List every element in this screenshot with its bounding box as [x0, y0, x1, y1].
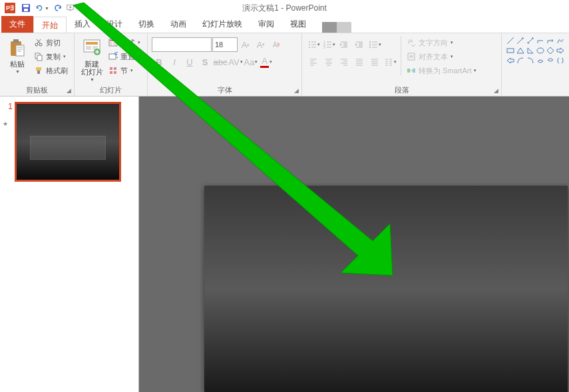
layout-button[interactable]: 版式 ▾ [106, 36, 142, 49]
shape-brace-icon[interactable] [556, 56, 565, 65]
columns-button[interactable]: ▾ [383, 55, 397, 69]
color-swatch-lightgray[interactable] [337, 22, 351, 33]
format-painter-button[interactable]: 格式刷 [32, 64, 69, 77]
start-from-beginning-button[interactable]: ▼ [67, 1, 81, 15]
animation-indicator-icon: ★ [3, 120, 8, 127]
shape-arrow-left-icon[interactable] [506, 56, 515, 65]
shape-elbow-arrow-icon[interactable] [546, 36, 555, 45]
shape-right-triangle-icon[interactable] [526, 46, 535, 55]
section-button[interactable]: 节 ▾ [106, 64, 142, 77]
align-left-button[interactable] [306, 55, 321, 69]
copy-button[interactable]: 复制 ▾ [32, 50, 69, 63]
shape-wave-down-icon[interactable] [536, 56, 545, 65]
shape-line-icon[interactable] [506, 36, 515, 45]
slide-thumbnails-pane[interactable]: 1 ★ [0, 97, 139, 392]
slide-canvas[interactable] [139, 97, 569, 392]
svg-rect-18 [110, 40, 116, 41]
font-color-button[interactable]: A▾ [259, 55, 274, 69]
shape-arrow-right-icon[interactable] [556, 46, 565, 55]
chevron-down-icon: ▾ [138, 40, 140, 45]
svg-rect-13 [86, 42, 98, 45]
shape-freeform-icon[interactable] [556, 36, 565, 45]
tab-view[interactable]: 视图 [282, 16, 314, 33]
save-button[interactable] [19, 1, 33, 15]
change-case-button[interactable]: Aa▾ [244, 55, 258, 69]
align-center-button[interactable] [321, 55, 336, 69]
svg-point-27 [309, 41, 310, 43]
shapes-gallery[interactable] [506, 36, 565, 85]
paste-button[interactable]: 粘贴 ▼ [4, 36, 31, 85]
bullets-button[interactable]: ▾ [306, 37, 321, 52]
shape-rect-icon[interactable] [506, 46, 515, 55]
italic-button[interactable]: I [167, 55, 182, 69]
svg-rect-11 [36, 67, 41, 71]
svg-rect-36 [413, 69, 415, 73]
brush-icon [33, 65, 44, 76]
color-swatch-gray[interactable] [322, 22, 337, 33]
cut-label: 剪切 [46, 38, 61, 48]
line-spacing-button[interactable]: ▾ [367, 37, 382, 52]
shape-triangle-icon[interactable] [516, 46, 525, 55]
tab-review[interactable]: 审阅 [250, 16, 282, 33]
decrease-font-button[interactable]: A▾ [254, 37, 268, 52]
shape-wave-up-icon[interactable] [546, 56, 555, 65]
slide-thumbnail-1[interactable]: 1 ★ [0, 102, 138, 182]
align-text-icon [406, 51, 417, 62]
shape-line-arrow-icon[interactable] [516, 36, 525, 45]
cut-button[interactable]: 剪切 [32, 36, 69, 49]
shape-oval-icon[interactable] [536, 46, 545, 55]
current-slide[interactable] [204, 186, 568, 392]
section-icon [108, 65, 118, 76]
clear-formatting-button[interactable]: A [269, 37, 284, 52]
slide-thumbnail-preview[interactable] [15, 102, 121, 182]
text-direction-button[interactable]: |A 文字方向 ▾ [405, 36, 478, 49]
strikethrough-button[interactable]: abc [213, 55, 228, 69]
bold-button[interactable]: B [152, 55, 166, 69]
shape-line-double-arrow-icon[interactable] [526, 36, 535, 45]
tab-transitions[interactable]: 切换 [130, 16, 162, 33]
tab-insert[interactable]: 插入 [67, 16, 98, 33]
decrease-indent-button[interactable] [337, 37, 351, 52]
char-spacing-button[interactable]: AV▾ [228, 55, 243, 69]
tab-slideshow[interactable]: 幻灯片放映 [194, 16, 250, 33]
tab-animations[interactable]: 动画 [162, 16, 194, 33]
distributed-button[interactable] [367, 55, 382, 69]
shadow-button[interactable]: S [198, 55, 212, 69]
svg-rect-35 [407, 69, 410, 73]
svg-rect-22 [110, 67, 112, 70]
underline-button[interactable]: U [182, 55, 197, 69]
convert-smartart-button[interactable]: 转换为 SmartArt ▾ [405, 64, 478, 77]
redo-button[interactable] [51, 1, 65, 15]
dialog-launcher-icon[interactable]: ◢ [292, 87, 300, 95]
font-size-combo[interactable]: 18 [212, 37, 238, 52]
increase-font-button[interactable]: A▴ [238, 37, 253, 52]
undo-button[interactable]: ▼ [35, 1, 49, 15]
convert-smartart-label: 转换为 SmartArt [419, 66, 471, 76]
shape-diamond-icon[interactable] [546, 46, 555, 55]
chevron-down-icon: ▼ [15, 69, 20, 74]
dialog-launcher-icon[interactable]: ◢ [65, 87, 73, 95]
new-slide-label: 新建 幻灯片 [81, 60, 103, 76]
svg-point-28 [309, 44, 310, 45]
chevron-down-icon: ▼ [77, 6, 81, 11]
font-family-combo[interactable] [152, 37, 212, 52]
align-text-button[interactable]: 对齐文本 ▾ [405, 50, 478, 63]
increase-indent-button[interactable] [352, 37, 367, 52]
new-slide-button[interactable]: 新建 幻灯片 ▼ [79, 36, 105, 85]
slide-number: 1 [5, 102, 15, 111]
justify-button[interactable] [352, 55, 367, 69]
shape-elbow-icon[interactable] [536, 36, 545, 45]
tab-file[interactable]: 文件 [1, 16, 33, 33]
dialog-launcher-icon[interactable]: ◢ [492, 87, 500, 95]
reset-button[interactable]: 重置 [106, 50, 142, 63]
shape-curve-right-icon[interactable] [526, 56, 535, 65]
color-swatches [322, 22, 351, 33]
app-icon[interactable]: P∃ [3, 1, 17, 15]
align-right-button[interactable] [337, 55, 351, 69]
tab-design[interactable]: 设计 [98, 16, 130, 33]
tab-home[interactable]: 开始 [33, 17, 67, 33]
numbering-button[interactable]: 123▾ [321, 37, 336, 52]
format-painter-label: 格式刷 [46, 66, 68, 76]
shape-curve-left-icon[interactable] [516, 56, 525, 65]
svg-rect-19 [110, 42, 112, 45]
